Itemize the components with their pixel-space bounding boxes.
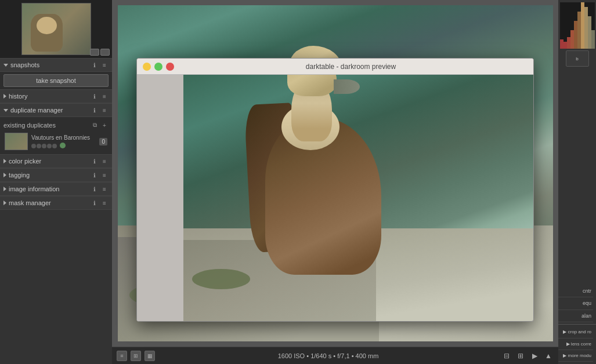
popup-title: darktable - darkroom preview — [174, 63, 528, 71]
duplicate-manager-section-header[interactable]: duplicate manager ℹ ≡ — [0, 103, 112, 117]
existing-duplicates-label: existing duplicates — [3, 122, 56, 129]
snapshots-header-left: snapshots — [3, 61, 39, 68]
image-information-label: image information — [9, 185, 59, 192]
star-3 — [42, 144, 46, 148]
mask-manager-info-icon[interactable]: ℹ — [91, 199, 99, 207]
status-bar: ≡ ⊞ ▦ 1600 ISO • 1/640 s • f/7,1 • 400 m… — [112, 347, 558, 364]
crop-label: ▶ crop and ro — [563, 329, 591, 334]
right-item-crop[interactable]: ▶ crop and ro — [558, 326, 593, 338]
snapshots-arrow-icon — [3, 64, 8, 67]
history-info-icon[interactable]: ℹ — [91, 92, 99, 100]
tagging-settings-icon[interactable]: ≡ — [100, 171, 109, 179]
status-iso: 1600 ISO — [278, 352, 305, 359]
color-picker-arrow-icon — [3, 159, 6, 163]
more-label: ▶ more modu — [563, 353, 591, 358]
right-item-alan[interactable]: alan — [558, 310, 593, 323]
popup-bird — [248, 75, 399, 275]
history-icons: ℹ ≡ — [91, 92, 109, 100]
left-panel: snapshots ℹ ≡ take snapshot history ℹ ≡ … — [0, 0, 112, 364]
right-item-more[interactable]: ▶ more modu — [558, 350, 593, 362]
take-snapshot-button[interactable]: take snapshot — [3, 74, 109, 87]
tagging-label: tagging — [9, 172, 30, 179]
thumb-controls — [90, 49, 110, 56]
hist-bar-10 — [591, 30, 595, 49]
duplicate-color-dot — [60, 143, 66, 148]
mask-manager-arrow-icon — [3, 201, 6, 205]
status-icon-image[interactable]: ⊞ — [131, 351, 141, 361]
mask-manager-settings-icon[interactable]: ≡ — [100, 199, 109, 207]
mask-manager-section-header[interactable]: mask manager ℹ ≡ — [0, 196, 112, 210]
status-aperture: f/7,1 — [337, 352, 349, 359]
popup-bird-beak — [334, 79, 360, 94]
popup-maximize-button[interactable] — [154, 63, 162, 71]
mask-manager-header-left: mask manager — [3, 199, 51, 206]
image-information-icons: ℹ ≡ — [91, 185, 109, 193]
right-item-cntr[interactable]: cntr — [558, 285, 593, 298]
right-tool-icon-1[interactable]: b — [566, 50, 589, 67]
thumb-ctrl-2[interactable] — [100, 49, 110, 56]
color-picker-info-icon[interactable]: ℹ — [91, 157, 99, 165]
popup-close-button[interactable] — [166, 63, 174, 71]
status-focal: 400 mm — [356, 352, 379, 359]
existing-add-icon[interactable]: + — [100, 121, 109, 129]
color-picker-section-header[interactable]: color picker ℹ ≡ — [0, 154, 112, 168]
history-settings-icon[interactable]: ≡ — [100, 92, 109, 100]
image-information-arrow-icon — [3, 187, 6, 191]
duplicate-manager-arrow-icon — [3, 109, 8, 112]
popup-moss — [192, 269, 250, 289]
snapshots-label: snapshots — [10, 61, 39, 68]
image-information-section-header[interactable]: image information ℹ ≡ — [0, 182, 112, 196]
existing-copy-icon[interactable]: ⧉ — [91, 121, 99, 129]
popup-minimize-button[interactable] — [143, 63, 151, 71]
thumbnail-area — [0, 0, 112, 58]
right-item-lens[interactable]: ▶ lens corre — [558, 338, 593, 350]
history-section-header[interactable]: history ℹ ≡ — [0, 89, 112, 103]
status-icon-export[interactable]: ▦ — [145, 351, 155, 361]
snapshots-settings-icon[interactable]: ≡ — [100, 61, 109, 69]
sep3: • — [352, 352, 356, 359]
duplicate-manager-settings-icon[interactable]: ≡ — [100, 106, 109, 114]
star-2 — [37, 144, 41, 148]
duplicate-thumbnail — [5, 133, 28, 150]
duplicate-manager-info-icon[interactable]: ℹ — [91, 106, 99, 114]
tagging-header-left: tagging — [3, 172, 30, 179]
darkroom-popup: darktable - darkroom preview — [136, 58, 534, 322]
duplicate-name: Vautours en Baronnies — [31, 134, 96, 141]
thumb-bird-shape — [31, 14, 63, 52]
duplicate-stars — [31, 144, 57, 148]
status-raw-icon[interactable]: ⊞ — [515, 351, 526, 361]
right-item-equ[interactable]: equ — [558, 297, 593, 310]
tagging-arrow-icon — [3, 173, 6, 177]
duplicate-manager-label: duplicate manager — [10, 107, 63, 114]
snapshots-section-header[interactable]: snapshots ℹ ≡ — [0, 58, 112, 72]
snapshots-content: take snapshot — [0, 72, 112, 89]
color-picker-label: color picker — [9, 158, 41, 165]
color-picker-header-left: color picker — [3, 158, 41, 165]
status-grid-icon[interactable]: ⊟ — [501, 351, 512, 361]
duplicate-manager-content: existing duplicates ⧉ + Vautours en Baro… — [0, 117, 112, 154]
status-icon-list[interactable]: ≡ — [117, 351, 127, 361]
image-information-header-left: image information — [3, 185, 59, 192]
duplicate-badge: 0 — [99, 138, 107, 145]
history-header-left: history — [3, 93, 27, 100]
histogram-bars — [560, 2, 595, 49]
snapshots-info-icon[interactable]: ℹ — [91, 61, 99, 69]
existing-duplicates-header: existing duplicates ⧉ + — [3, 119, 109, 131]
mask-manager-icons: ℹ ≡ — [91, 199, 109, 207]
image-information-info-icon[interactable]: ℹ — [91, 185, 99, 193]
status-left: ≡ ⊞ ▦ — [117, 351, 155, 361]
image-thumbnail — [21, 3, 91, 55]
thumb-ctrl-1[interactable] — [90, 49, 99, 56]
tagging-info-icon[interactable]: ℹ — [91, 171, 99, 179]
status-play-icon[interactable]: ▶ — [529, 351, 540, 361]
image-information-settings-icon[interactable]: ≡ — [100, 185, 109, 193]
popup-window-controls — [143, 63, 174, 71]
tagging-icons: ℹ ≡ — [91, 171, 109, 179]
tagging-section-header[interactable]: tagging ℹ ≡ — [0, 168, 112, 182]
popup-content — [137, 75, 533, 321]
color-picker-settings-icon[interactable]: ≡ — [100, 157, 109, 165]
popup-titlebar: darktable - darkroom preview — [137, 59, 533, 75]
mask-manager-label: mask manager — [9, 199, 51, 206]
status-triangle-icon[interactable]: ▲ — [543, 351, 554, 361]
status-right: ⊟ ⊞ ▶ ▲ — [501, 351, 554, 361]
